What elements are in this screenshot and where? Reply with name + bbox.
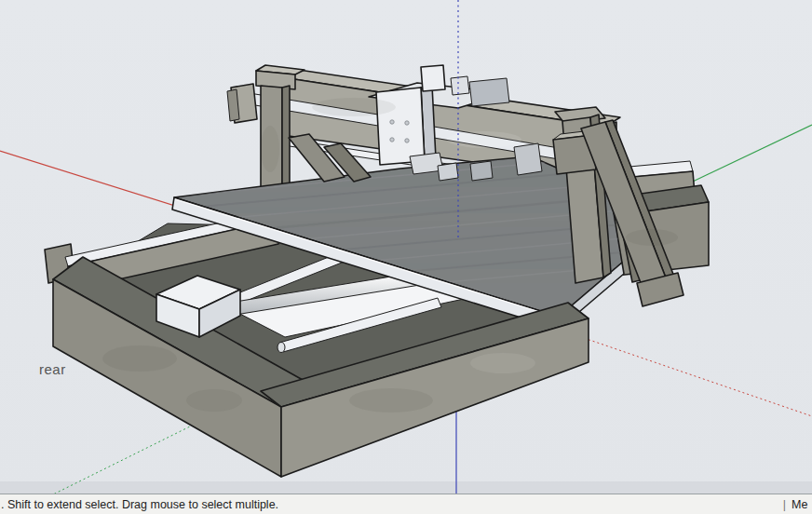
bolt-hole — [390, 120, 394, 124]
measurements-label[interactable]: Me — [792, 498, 812, 511]
bolt-hole — [405, 121, 409, 125]
status-message: . Shift to extend select. Drag mouse to … — [0, 498, 278, 511]
cnc-machine-model[interactable] — [45, 65, 709, 477]
motor-block[interactable] — [421, 65, 445, 91]
model-scene[interactable] — [0, 0, 812, 494]
ground-fade — [0, 481, 812, 494]
bolt-hole — [405, 139, 409, 142]
measurements-section: | Me — [783, 498, 812, 511]
bolt-hole — [390, 138, 394, 142]
sketchup-window: rear . Shift to extend select. Drag mous… — [0, 0, 812, 514]
status-bar: . Shift to extend select. Drag mouse to … — [0, 494, 812, 514]
scene-text-rear: rear — [39, 361, 66, 377]
status-separator: | — [783, 498, 786, 511]
3d-viewport[interactable]: rear — [0, 0, 812, 494]
